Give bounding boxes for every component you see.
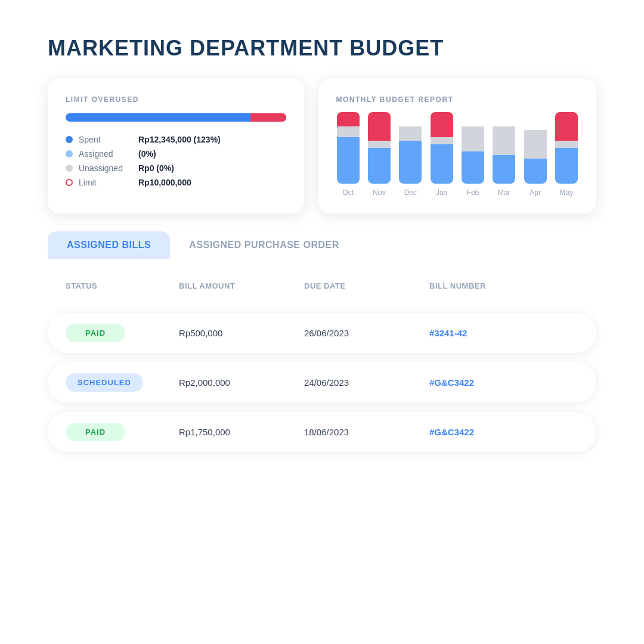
bill-number: #3241-42 (429, 328, 549, 338)
bar-light (337, 126, 360, 137)
bar-label: Jan (436, 188, 447, 197)
assigned-dot (66, 150, 73, 157)
chart-card-label: MONTHLY BUDGET REPORT (336, 95, 578, 104)
legend-item-unassigned: Unassigned Rp0 (0%) (66, 163, 286, 173)
limit-card-label: LIMIT OVERUSED (66, 95, 286, 104)
bill-row[interactable]: PAID Rp500,000 26/06/2023 #3241-42 (48, 313, 596, 353)
progress-bar-overage (250, 113, 286, 122)
header-bill-number: BILL NUMBER (429, 281, 549, 290)
unassigned-name: Unassigned (79, 163, 132, 173)
bar-label: Feb (467, 188, 479, 197)
assigned-name: Assigned (79, 149, 132, 159)
bar-light (555, 141, 578, 148)
limit-dot (66, 179, 73, 186)
status-badge: SCHEDULED (66, 373, 143, 392)
bills-list: PAID Rp500,000 26/06/2023 #3241-42 SCHED… (48, 313, 596, 452)
bar-blue (555, 148, 578, 184)
spent-name: Spent (79, 135, 132, 144)
progress-bar-fill (66, 113, 286, 122)
bar-blue (337, 137, 360, 184)
bill-amount: Rp2,000,000 (179, 377, 298, 388)
tab-assigned-bills[interactable]: ASSIGNED BILLS (48, 231, 170, 259)
bar-light (399, 126, 422, 141)
bar-blue (368, 148, 391, 184)
bar-blue (462, 151, 484, 184)
bill-status: SCHEDULED (66, 373, 173, 392)
spent-value: Rp12,345,000 (123%) (138, 135, 221, 144)
bar-label: Dec (404, 188, 417, 197)
bar-blue (399, 141, 422, 184)
bar-label: May (560, 188, 574, 197)
bar-blue (524, 159, 547, 184)
bill-due-date: 26/06/2023 (304, 328, 423, 338)
bar-red (431, 112, 453, 137)
status-badge: PAID (66, 324, 125, 342)
legend-item-assigned: Assigned (0%) (66, 149, 286, 159)
bar-light (368, 141, 391, 148)
header-status: STATUS (66, 281, 173, 290)
status-badge: PAID (66, 423, 125, 441)
bar-red (368, 112, 391, 141)
table-headers: STATUS BILL AMOUNT DUE DATE BILL NUMBER (48, 277, 596, 295)
bill-due-date: 24/06/2023 (304, 377, 423, 388)
bar-group-oct: Oct (336, 112, 360, 197)
bar-blue (493, 155, 515, 184)
bill-row[interactable]: PAID Rp1,750,000 18/06/2023 #G&C3422 (48, 412, 596, 452)
header-due-date: DUE DATE (304, 281, 423, 290)
spent-dot (66, 136, 73, 143)
limit-overused-card: LIMIT OVERUSED Spent Rp12,345,000 (123%)… (48, 79, 304, 213)
monthly-budget-card: MONTHLY BUDGET REPORT OctNovDecJanFebMar… (318, 79, 596, 213)
bill-status: PAID (66, 423, 173, 441)
bill-number: #G&C3422 (429, 377, 549, 388)
bill-number: #G&C3422 (429, 427, 549, 437)
bar-label: Apr (530, 188, 541, 197)
bar-group-feb: Feb (461, 112, 485, 197)
page-title: MARKETING DEPARTMENT BUDGET (48, 36, 596, 61)
bar-group-nov: Nov (367, 112, 391, 197)
legend-item-spent: Spent Rp12,345,000 (123%) (66, 135, 286, 144)
bar-group-jan: Jan (429, 112, 453, 197)
bar-light (431, 137, 453, 144)
bill-due-date: 18/06/2023 (304, 427, 423, 437)
bar-blue (431, 144, 453, 184)
unassigned-value: Rp0 (0%) (138, 163, 174, 173)
legend-item-limit: Limit Rp10,000,000 (66, 178, 286, 187)
bill-status: PAID (66, 324, 173, 342)
bar-light (493, 126, 515, 155)
tabs-row: ASSIGNED BILLS ASSIGNED PURCHASE ORDER (48, 231, 596, 259)
top-cards-row: LIMIT OVERUSED Spent Rp12,345,000 (123%)… (48, 79, 596, 213)
tab-assigned-po[interactable]: ASSIGNED PURCHASE ORDER (170, 231, 358, 259)
assigned-value: (0%) (138, 149, 156, 159)
bar-group-may: May (555, 112, 578, 197)
legend: Spent Rp12,345,000 (123%) Assigned (0%) … (66, 135, 286, 187)
unassigned-dot (66, 165, 73, 172)
bill-row[interactable]: SCHEDULED Rp2,000,000 24/06/2023 #G&C342… (48, 363, 596, 402)
bill-amount: Rp500,000 (179, 328, 298, 338)
progress-bar (66, 113, 286, 122)
bar-chart: OctNovDecJanFebMarAprMay (336, 113, 578, 197)
bar-group-dec: Dec (398, 112, 422, 197)
limit-name: Limit (79, 178, 132, 187)
bar-group-apr: Apr (523, 112, 547, 197)
header-amount: BILL AMOUNT (179, 281, 298, 290)
bar-label: Nov (373, 188, 385, 197)
bar-red (555, 112, 578, 141)
bar-label: Oct (342, 188, 354, 197)
bar-label: Mar (498, 188, 510, 197)
bar-red (337, 112, 360, 126)
bar-light (524, 130, 547, 159)
bill-amount: Rp1,750,000 (179, 427, 298, 437)
bar-group-mar: Mar (492, 112, 516, 197)
bar-light (462, 126, 484, 151)
limit-value: Rp10,000,000 (138, 178, 191, 187)
